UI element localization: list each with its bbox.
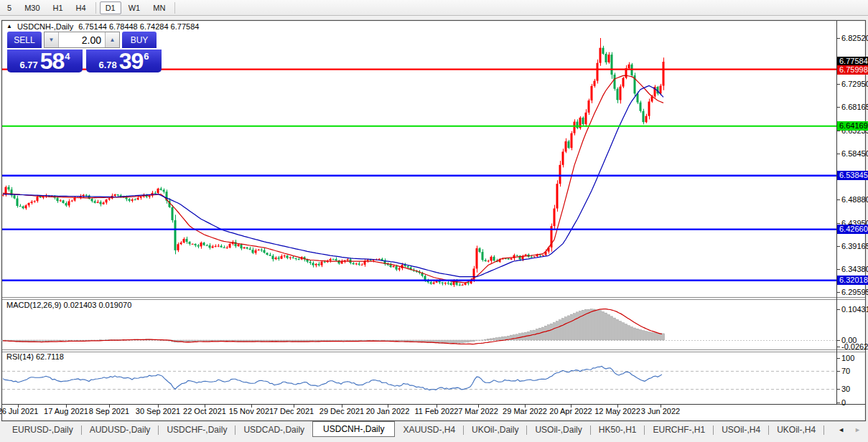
sell-price-big: 58: [40, 50, 65, 72]
price-badge: 6.53845: [837, 171, 868, 180]
date-tick-label: 17 Aug 2021: [44, 407, 88, 415]
rsi-indicator-label: RSI(14) 62.7118: [6, 352, 64, 361]
price-badge: 6.42660: [837, 225, 868, 234]
price-badge: 6.32018: [837, 276, 868, 285]
tab-xauusd-h4[interactable]: XAUUSD-,H4: [395, 423, 463, 437]
date-tick-label: 29 Mar 2022: [503, 407, 547, 415]
chart-symbol-title: USDCNH-,Daily: [17, 22, 73, 31]
price-tick-label: 6.82520: [841, 34, 868, 42]
toolbar-separator: [95, 2, 96, 14]
tab-usoil-daily[interactable]: USOil-,Daily: [527, 423, 589, 437]
toolbar-separator: [174, 2, 175, 14]
sell-button[interactable]: SELL: [7, 32, 42, 48]
rsi-axis-label: 30: [841, 385, 850, 393]
tab-usdcnh-daily[interactable]: USDCNH-,Daily: [312, 421, 395, 437]
date-tick-label: 26 Jul 2021: [0, 407, 38, 415]
price-tick-label: 6.39165: [841, 242, 868, 250]
date-tick-label: 8 Sep 2021: [89, 407, 129, 415]
date-tick-label: 11 Feb 2022: [415, 407, 459, 415]
timeframe-h1[interactable]: H1: [47, 1, 69, 14]
buy-price-big: 39: [119, 50, 144, 72]
tab-eurusd-daily[interactable]: EURUSD-,Daily: [4, 423, 81, 437]
tab-separator: [823, 425, 824, 435]
date-tick-label: 20 Jan 2022: [366, 407, 410, 415]
timeframe-h4[interactable]: H4: [70, 1, 92, 14]
timeframe-toolbar: 5M30H1H4D1W1MN: [0, 0, 868, 16]
tab-hk50-h1[interactable]: HK50-,H1: [591, 423, 645, 437]
buy-price-small: 6.78: [98, 60, 116, 70]
sell-price-sup: 4: [65, 51, 70, 62]
tab-scroll-right-icon[interactable]: ►: [854, 427, 861, 433]
rsi-axis-label: 0: [841, 398, 846, 407]
buy-button[interactable]: BUY: [122, 32, 157, 48]
timeframe-5[interactable]: 5: [1, 1, 17, 14]
timeframe-d1[interactable]: D1: [100, 1, 121, 14]
chart-header: ▲ USDCNH-,Daily 6.75144 6.78448 6.74284 …: [6, 22, 199, 31]
date-tick-label: 29 Dec 2021: [319, 407, 364, 415]
date-tick-label: 7 Dec 2021: [274, 407, 314, 415]
macd-indicator-label: MACD(12,26,9) 0.021403 0.019070: [6, 301, 131, 309]
macd-axis-label: 0.104313: [841, 305, 868, 314]
collapse-panel-icon[interactable]: ▲: [6, 24, 12, 29]
price-tick-label: 6.58450: [841, 149, 868, 158]
date-tick-label: 30 Sep 2021: [136, 407, 180, 415]
chart-tabbar: EURUSD-,DailyAUDUSD-,DailyUSDCHF-,DailyU…: [0, 422, 868, 438]
date-tick-label: 22 Oct 2021: [183, 407, 226, 415]
tab-audusd-daily[interactable]: AUDUSD-,Daily: [82, 423, 159, 437]
date-tick-label: 15 Nov 2021: [229, 407, 274, 415]
mt-workspace: 5M30H1H4D1W1MN ▲ USDCNH-,Daily 6.75144 6…: [0, 0, 868, 442]
one-click-trade-panel: SELL ▼ ▲ BUY 6.77 58 4 6.78 39 6: [7, 32, 162, 72]
date-tick-label: 3 Jun 2022: [641, 407, 680, 415]
date-tick-label: 20 Apr 2022: [549, 407, 592, 415]
volume-decrease-icon[interactable]: ▼: [45, 32, 59, 47]
sell-price-panel[interactable]: 6.77 58 4: [7, 50, 83, 72]
rsi-axis-label: 100: [841, 354, 854, 362]
tab-usdcad-daily[interactable]: USDCAD-,Daily: [235, 423, 312, 437]
tab-ukoil-daily[interactable]: UKOil-,Daily: [464, 423, 526, 437]
price-badge: 6.75998: [837, 65, 868, 75]
timeframe-mn[interactable]: MN: [147, 1, 171, 14]
tab-scroll-left-icon[interactable]: ◄: [838, 427, 844, 433]
price-tick-label: 6.34380: [841, 265, 868, 273]
tab-eurchf-h1[interactable]: EURCHF-,H1: [645, 423, 713, 437]
price-tick-label: 6.72950: [841, 80, 868, 88]
chart-ohlc-values: 6.75144 6.78448 6.74284 6.77584: [78, 22, 199, 31]
rsi-axis-label: 70: [841, 367, 850, 375]
price-tick-label: 6.68165: [841, 103, 868, 111]
tab-usoil-h4[interactable]: USOil-,H4: [714, 423, 768, 437]
buy-price-panel[interactable]: 6.78 39 6: [86, 50, 162, 72]
sell-price-small: 6.77: [19, 60, 37, 70]
timeframe-m30[interactable]: M30: [19, 1, 45, 14]
date-tick-label: 7 Mar 2022: [458, 407, 498, 415]
price-badge: 6.64169: [837, 121, 868, 131]
date-tick-label: 12 May 2022: [594, 407, 640, 415]
price-badge: 6.77584: [837, 57, 868, 66]
tab-scroll-arrows: ◄►: [838, 422, 861, 438]
volume-stepper: ▼ ▲: [44, 32, 120, 48]
price-tick-label: 6.29595: [841, 288, 868, 296]
tab-ukoil-h4[interactable]: UKOil-,H4: [769, 423, 823, 437]
tab-usdchf-daily[interactable]: USDCHF-,Daily: [159, 423, 235, 437]
buy-price-sup: 6: [144, 51, 149, 62]
macd-axis-label: -0.026249: [841, 342, 868, 351]
volume-input[interactable]: [59, 32, 105, 47]
price-tick-label: 6.48880: [841, 195, 868, 204]
volume-increase-icon[interactable]: ▲: [105, 32, 119, 47]
timeframe-w1[interactable]: W1: [123, 1, 146, 14]
